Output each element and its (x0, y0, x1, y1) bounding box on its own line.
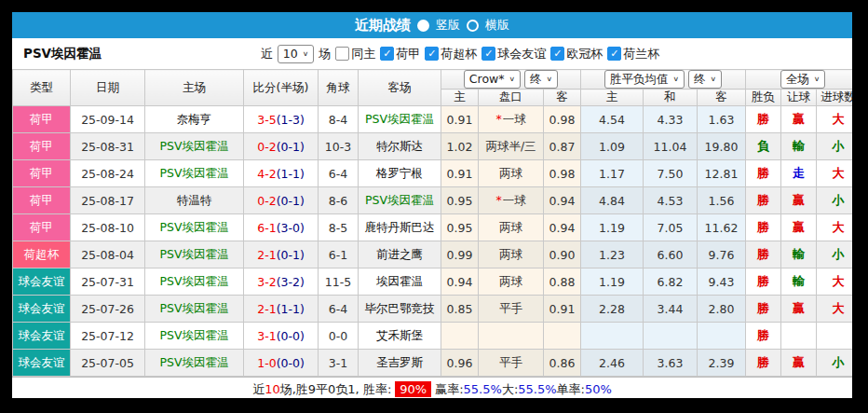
cell-away-team[interactable]: 圣吉罗斯 (359, 350, 441, 377)
table-row: 荷甲25-08-17特温特0-2(0-1)8-6PSV埃因霍温0.95*一球0.… (13, 187, 853, 214)
table-body: 荷甲25-09-14奈梅亨3-5(1-3)8-4PSV埃因霍温0.91*一球0.… (13, 106, 853, 377)
cell-league: 荷甲 (13, 160, 71, 187)
vertical-radio-label[interactable]: 竖版 (436, 17, 460, 34)
cell-away-team[interactable]: 毕尔巴鄂竞技 (359, 296, 441, 323)
final-odds-value-1: 终 (530, 72, 542, 87)
sub-header-handicap-result: 让球 (781, 89, 817, 106)
cell-score: 0-2(0-1) (244, 133, 319, 160)
scope-select[interactable]: 全场∨ (780, 70, 826, 89)
horizontal-radio-label[interactable]: 横版 (485, 17, 509, 34)
cell-home-team[interactable]: PSV埃因霍温 (145, 296, 244, 323)
cell-score: 4-2(1-1) (244, 160, 319, 187)
footer-text: 55.5% (518, 382, 556, 396)
cell-avg-home: 2.28 (581, 296, 644, 323)
near-label: 近 (261, 46, 273, 62)
cell-handicap: 两球 (479, 268, 544, 296)
cell-home-team[interactable]: PSV埃因霍温 (145, 160, 244, 187)
cell-avg-away: 9.76 (698, 241, 746, 268)
cell-avg-draw (644, 323, 698, 350)
cell-avg-home: 1.19 (581, 214, 644, 241)
cell-goals-result: 大 (817, 268, 852, 296)
cell-corners: 10-3 (319, 133, 359, 160)
cell-away-team[interactable]: 格罗宁根 (359, 160, 441, 187)
cell-avg-away: 11.62 (698, 214, 746, 241)
cell-away-team[interactable]: 前进之鹰 (359, 241, 441, 268)
filter-球会友谊[interactable]: ✓球会友谊 (481, 46, 546, 62)
bookmaker-select-value: Crow* (469, 72, 505, 87)
cell-goals-result (817, 323, 852, 350)
cell-avg-home: 4.84 (581, 187, 644, 214)
chevron-down-icon: ∨ (814, 74, 821, 86)
cell-handicap: 平手 (479, 296, 544, 323)
cell-away-team[interactable]: 特尔斯达 (359, 133, 441, 160)
cell-home-team[interactable]: PSV埃因霍温 (145, 133, 244, 160)
cell-home-team[interactable]: PSV埃因霍温 (145, 350, 244, 377)
average-select-group: 胜平负均值∨ 终∨ (581, 70, 746, 89)
filter-荷甲[interactable]: ✓荷甲 (380, 46, 420, 62)
cell-goals-result: 小 (817, 350, 852, 377)
checkbox-icon[interactable]: ✓ (380, 47, 394, 61)
cell-odds-home: 1.02 (441, 133, 479, 160)
cell-avg-draw: 6.82 (644, 268, 698, 296)
cell-result: 勝 (746, 214, 781, 241)
cell-league: 荷甲 (13, 214, 71, 241)
cell-away-team[interactable]: 鹿特丹斯巴达 (359, 214, 441, 241)
chevron-down-icon: ∨ (303, 48, 309, 60)
average-select[interactable]: 胜平负均值∨ (604, 70, 685, 89)
checkbox-icon[interactable]: ✓ (550, 47, 564, 61)
cell-date: 25-08-24 (71, 160, 145, 187)
cell-league: 球会友谊 (13, 350, 71, 377)
filter-欧冠杯[interactable]: ✓欧冠杯 (550, 46, 603, 62)
sub-header-avg-home: 主 (581, 89, 644, 106)
cell-home-team[interactable]: PSV埃因霍温 (145, 323, 244, 350)
final-odds-select-2[interactable]: 终∨ (688, 70, 722, 89)
cell-odds-away: 0.94 (544, 214, 581, 241)
cell-away-team[interactable]: 埃因霍温 (359, 268, 441, 296)
cell-away-team[interactable]: PSV埃因霍温 (359, 106, 441, 133)
filter-label: 球会友谊 (497, 46, 546, 62)
filter-label: 荷兰杯 (623, 46, 659, 62)
cell-odds-away: 0.90 (544, 241, 581, 268)
cell-date: 25-07-31 (71, 268, 145, 296)
final-odds-value-2: 终 (694, 72, 706, 87)
bookmaker-select[interactable]: Crow*∨ (464, 70, 521, 89)
same-home-filter[interactable]: 同主 (335, 46, 375, 62)
cell-avg-home: 2.46 (581, 350, 644, 377)
cell-goals-result: 小 (817, 187, 852, 214)
vertical-radio[interactable] (417, 20, 429, 32)
col-header-corners: 角球 (319, 70, 359, 106)
cell-odds-home: 0.91 (441, 106, 479, 133)
cell-home-team[interactable]: 奈梅亨 (145, 106, 244, 133)
footer-text: 10 (264, 382, 280, 396)
cell-avg-away: 2.39 (698, 350, 746, 377)
cell-avg-draw: 11.04 (644, 133, 698, 160)
cell-handicap (479, 323, 544, 350)
match-count-select[interactable]: 10 ∨ (278, 45, 315, 63)
cell-away-team[interactable]: 艾禾斯堡 (359, 323, 441, 350)
cell-handicap: *一球 (479, 187, 544, 214)
checkbox-icon[interactable]: ✓ (425, 47, 439, 61)
cell-avg-away: 12.81 (698, 160, 746, 187)
cell-odds-away: 0.98 (544, 160, 581, 187)
cell-home-team[interactable]: PSV埃因霍温 (145, 268, 244, 296)
cell-result: 勝 (746, 160, 781, 187)
cell-avg-draw: 4.33 (644, 106, 698, 133)
horizontal-radio[interactable] (467, 20, 479, 32)
cell-handicap-result: 走 (781, 160, 817, 187)
cell-home-team[interactable]: PSV埃因霍温 (145, 241, 244, 268)
final-odds-select-1[interactable]: 终∨ (524, 70, 558, 89)
cell-result: 負 (746, 133, 781, 160)
cell-handicap-result (781, 323, 817, 350)
cell-date: 25-07-12 (71, 323, 145, 350)
checkbox-icon[interactable]: ✓ (607, 47, 621, 61)
cell-home-team[interactable]: PSV埃因霍温 (145, 214, 244, 241)
filter-荷超杯[interactable]: ✓荷超杯 (425, 46, 477, 62)
cell-score: 0-2(0-1) (244, 187, 319, 214)
checkbox-icon[interactable]: ✓ (481, 47, 495, 61)
cell-result: 勝 (746, 241, 781, 268)
cell-odds-home: 0.95 (441, 214, 479, 241)
cell-away-team[interactable]: PSV埃因霍温 (359, 187, 441, 214)
checkbox-icon[interactable] (335, 47, 349, 61)
filter-荷兰杯[interactable]: ✓荷兰杯 (607, 46, 659, 62)
cell-home-team[interactable]: 特温特 (145, 187, 244, 214)
